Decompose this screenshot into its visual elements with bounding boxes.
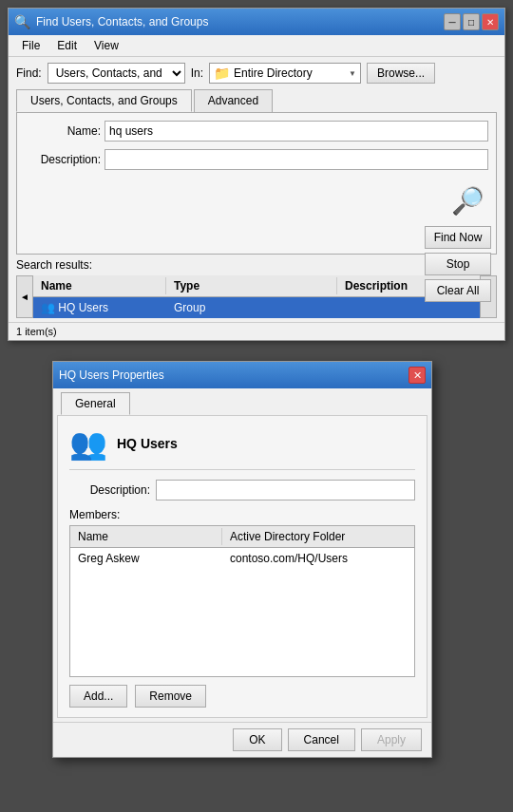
prop-description-label: Description: [69,483,150,497]
group-header: 👥 HQ Users [69,425,415,470]
minimize-button[interactable]: ─ [444,13,461,30]
menu-edit[interactable]: Edit [49,37,85,54]
location-icon: 📁 [214,66,230,81]
col-header-name: Name [33,277,166,294]
results-header: Name Type Description [33,275,480,297]
group-header-name: HQ Users [117,436,178,451]
location-selector[interactable]: 📁 Entire Directory ▼ [209,63,361,84]
properties-title-bar: HQ Users Properties ✕ [53,362,431,388]
properties-title: HQ Users Properties [59,368,164,382]
tab-advanced[interactable]: Advanced [194,89,273,112]
menu-view[interactable]: View [86,37,126,54]
tab-users-contacts-groups[interactable]: Users, Contacts, and Groups [16,89,192,112]
find-label: Find: [16,66,42,80]
name-field-row: Name: [25,121,488,142]
member-name-cell: Greg Askew [70,550,222,567]
members-table: Name Active Directory Folder Greg Askew … [69,525,415,677]
toolbar-area: Find: Users, Contacts, and Groups Users … [9,57,504,89]
description-label: Description: [25,153,101,166]
search-tabs: Users, Contacts, and Groups Advanced [9,89,504,112]
item-count: 1 item(s) [16,326,57,337]
member-folder-cell: contoso.com/HQ/Users [222,550,414,567]
tab-general[interactable]: General [61,392,130,415]
action-buttons: Find Now Stop Clear All [425,226,491,302]
ok-button[interactable]: OK [233,728,281,751]
scroll-left-button[interactable]: ◄ [16,275,33,318]
description-input[interactable] [104,149,488,170]
properties-close-button[interactable]: ✕ [408,367,426,384]
status-bar: 1 item(s) [9,322,504,340]
in-label: In: [191,66,203,80]
cancel-button[interactable]: Cancel [288,728,355,751]
prop-description-row: Description: [69,480,415,500]
name-label: Name: [25,124,101,138]
group-icon: 👥 [41,301,55,314]
result-name-cell: 👥 HQ Users [33,299,166,316]
title-bar-left: 🔍 Find Users, Contacts, and Groups [14,14,208,29]
main-window: 🔍 Find Users, Contacts, and Groups ─ □ ✕… [8,8,505,341]
table-row[interactable]: 👥 HQ Users Group [33,297,480,318]
members-header: Name Active Directory Folder [70,526,414,548]
result-type-cell: Group [166,299,337,316]
search-icon-area: 🔎 [25,178,488,224]
main-title-bar: 🔍 Find Users, Contacts, and Groups ─ □ ✕ [9,9,504,35]
stop-button[interactable]: Stop [425,253,491,275]
main-window-icon: 🔍 [14,14,30,29]
binoculars-icon: 🔎 [451,185,484,217]
apply-button[interactable]: Apply [361,728,422,751]
list-item[interactable]: Greg Askew contoso.com/HQ/Users [70,548,414,569]
find-now-button[interactable]: Find Now [425,226,491,249]
add-button[interactable]: Add... [69,685,127,708]
properties-footer: OK Cancel Apply [53,722,431,757]
member-buttons: Add... Remove [69,685,415,708]
browse-button[interactable]: Browse... [367,63,435,84]
members-col-name: Name [70,528,222,545]
menu-bar: File Edit View [9,35,504,57]
name-input[interactable] [104,121,488,142]
remove-button[interactable]: Remove [135,685,206,708]
clear-all-button[interactable]: Clear All [425,279,491,302]
results-table: Name Type Description 👥 HQ Users Group [33,275,480,318]
properties-dialog: HQ Users Properties ✕ General 👥 HQ Users… [52,361,432,758]
close-button[interactable]: ✕ [482,13,499,30]
description-field-row: Description: [25,149,488,170]
location-text: Entire Directory [234,66,345,80]
properties-body: 👥 HQ Users Description: Members: Name Ac… [57,415,428,718]
maximize-button[interactable]: □ [463,13,480,30]
prop-description-input[interactable] [156,480,415,500]
members-col-folder: Active Directory Folder [222,528,414,545]
group-header-icon: 👥 [69,425,107,462]
title-bar-buttons: ─ □ ✕ [444,13,499,30]
menu-file[interactable]: File [14,37,48,54]
properties-tabs: General [53,388,431,415]
find-select[interactable]: Users, Contacts, and Groups Users Contac… [48,63,185,84]
members-label: Members: [69,508,415,521]
main-window-title: Find Users, Contacts, and Groups [36,15,208,28]
col-header-type: Type [166,277,337,294]
location-arrow-icon: ▼ [349,69,356,78]
